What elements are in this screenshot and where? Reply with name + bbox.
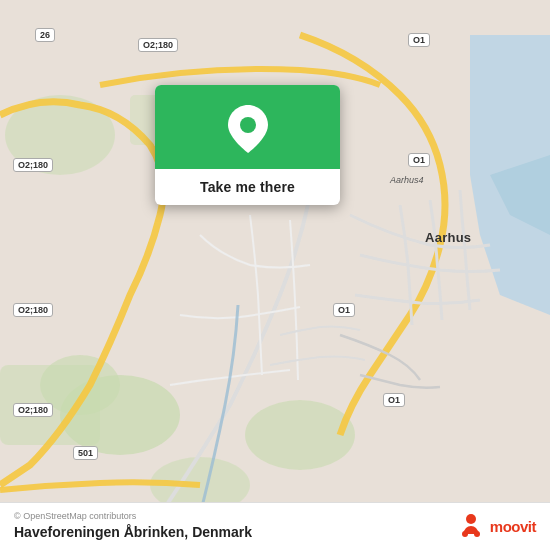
- popup-card: Take me there: [155, 85, 340, 205]
- location-pin-icon: [226, 107, 270, 151]
- svg-point-9: [466, 514, 476, 524]
- svg-point-11: [474, 531, 480, 537]
- road-label-501: 501: [73, 446, 98, 460]
- road-label-o2-180-bottom: O2;180: [13, 403, 53, 417]
- road-label-o2-180-mid-left: O2;180: [13, 158, 53, 172]
- map-container: 26 O2;180 O1 O2;180 O1 O2;180 O1 O2;180 …: [0, 0, 550, 550]
- moovit-logo: moovit: [457, 512, 536, 540]
- city-label-aarhus: Aarhus: [425, 230, 471, 245]
- area-label-aarhus4: Aarhus4: [390, 175, 424, 185]
- road-label-o2-180-lower-left: O2;180: [13, 303, 53, 317]
- map-background: [0, 0, 550, 550]
- moovit-icon: [457, 512, 485, 540]
- svg-point-10: [462, 531, 468, 537]
- road-label-o1-mid: O1: [408, 153, 430, 167]
- road-label-o2-180-top: O2;180: [138, 38, 178, 52]
- svg-point-8: [240, 117, 256, 133]
- popup-green-area: [155, 85, 340, 169]
- road-label-o1-mid2: O1: [333, 303, 355, 317]
- road-label-o1-top: O1: [408, 33, 430, 47]
- moovit-text: moovit: [490, 518, 536, 535]
- svg-point-4: [245, 400, 355, 470]
- road-label-o1-bottom: O1: [383, 393, 405, 407]
- take-me-there-button[interactable]: Take me there: [186, 169, 309, 205]
- road-label-26: 26: [35, 28, 55, 42]
